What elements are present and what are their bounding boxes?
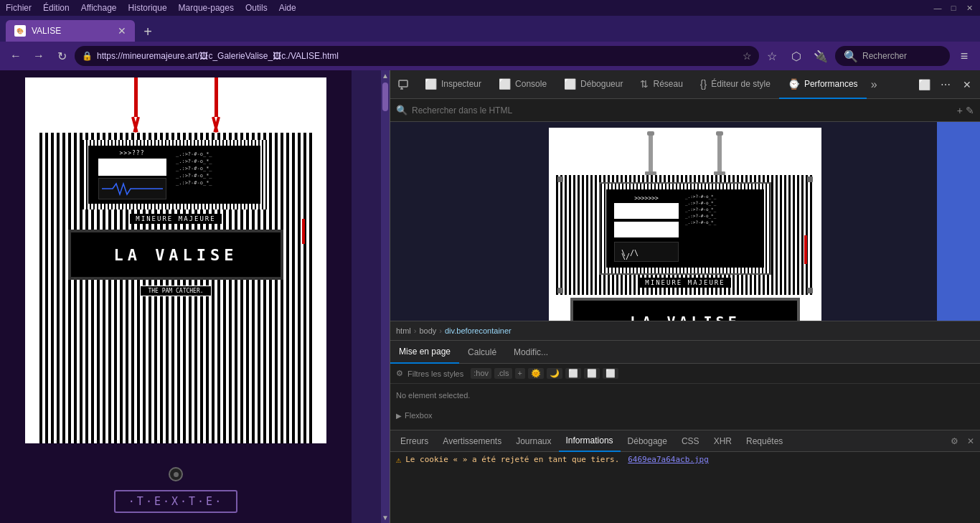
devtools-inspect-button[interactable] [393, 75, 413, 95]
nav-dot[interactable] [169, 467, 183, 481]
no-element-text: No element selected. [396, 391, 470, 400]
flexbox-header: ▶ Flexbox [396, 411, 974, 420]
tab-modific[interactable]: Modific... [505, 341, 557, 364]
menu-fichier[interactable]: Fichier [6, 3, 32, 13]
html-search-input[interactable] [412, 105, 953, 116]
tab-performances-label: Performances [804, 79, 858, 89]
address-bar: ← → ↻ 🔒 https://mineuremajeure.art/🖼c_Ga… [0, 42, 980, 70]
vertical-scrollbar[interactable]: ▲ ▼ [381, 70, 390, 523]
webpage-scroll[interactable]: ▲ ▼ [0, 70, 390, 523]
edit-html-button[interactable]: ✎ [966, 105, 974, 116]
devtools-close-button[interactable]: ✕ [957, 75, 977, 95]
svg-rect-0 [399, 80, 407, 87]
console-link[interactable]: 6469ea7a64acb.jpg [628, 455, 709, 464]
tab-console-label: Console [515, 79, 547, 89]
toolbar-right: ☆ ⬡ 🔌 🔍 Rechercher ≡ [762, 46, 974, 66]
style-tabs-bar: Mise en page Calculé Modific... [390, 341, 980, 364]
html-content-area: >>>>>>> \ /\ \/ [390, 122, 980, 430]
scroll-up-arrow[interactable]: ▲ [381, 70, 390, 81]
url-bar[interactable]: 🔒 https://mineuremajeure.art/🖼c_GalerieV… [75, 46, 759, 66]
tab-erreurs[interactable]: Erreurs [393, 430, 435, 452]
device-label: >>>??? [120, 150, 145, 156]
menu-aide[interactable]: Aide [279, 3, 296, 13]
tab-debogueur[interactable]: ⬜ Débogueur [555, 70, 631, 99]
search-box[interactable]: 🔍 Rechercher [835, 46, 950, 66]
hamburger-menu[interactable]: ≡ [954, 46, 974, 66]
filter-bar: ⚙ Filtres les styles :hov .cls + 🌞 🌙 ⬜ ⬜ [390, 364, 980, 384]
search-icon: 🔍 [396, 105, 407, 116]
webpage-panel: ▲ ▼ [0, 70, 390, 523]
large-brand-label: MINEURE MAJEURE [639, 278, 730, 288]
filter-actions: :hov .cls + 🌞 🌙 ⬜ ⬜ ⬜ [471, 368, 618, 379]
tab-journaux[interactable]: Journaux [509, 430, 558, 452]
tab-inspecteur[interactable]: ⬜ Inspecteur [416, 70, 490, 99]
bc-html[interactable]: html [396, 326, 411, 335]
console-settings-button[interactable]: ⚙ [948, 435, 961, 448]
url-bookmark-icon[interactable]: ☆ [743, 50, 752, 62]
texte-button[interactable]: ·T·E·X·T·E· [114, 490, 237, 513]
tab-debogage[interactable]: Débogage [621, 430, 674, 452]
more-tabs-button[interactable]: » [867, 78, 882, 91]
artwork-subtitle: THE PAM CATCHER. [140, 286, 211, 296]
scroll-down-arrow[interactable]: ▼ [381, 512, 390, 523]
tab-title: VALISE [32, 26, 112, 36]
devtools-dock-button[interactable]: ⬜ [914, 75, 934, 95]
tab-css[interactable]: CSS [674, 430, 707, 452]
tab-mise-en-page[interactable]: Mise en page [390, 341, 459, 364]
back-button[interactable]: ← [6, 46, 26, 66]
filter-add[interactable]: + [515, 368, 525, 379]
minimize-button[interactable]: — [933, 3, 943, 13]
filter-layout2[interactable]: ⬜ [584, 368, 600, 379]
close-button[interactable]: ✕ [964, 3, 974, 13]
menu-historique[interactable]: Historique [128, 3, 167, 13]
tab-informations[interactable]: Informations [559, 430, 621, 452]
pocket-button[interactable]: ⬡ [786, 46, 806, 66]
refresh-button[interactable]: ↻ [52, 46, 72, 66]
bc-body[interactable]: body [419, 326, 436, 335]
scroll-thumb[interactable] [382, 83, 388, 111]
flexbox-collapse-icon[interactable]: ▶ [396, 412, 402, 420]
add-attribute-button[interactable]: + [957, 105, 963, 116]
menu-edition[interactable]: Édition [43, 3, 70, 13]
tab-close-button[interactable]: ✕ [118, 25, 126, 37]
menu-outils[interactable]: Outils [245, 3, 268, 13]
filter-layout[interactable]: ⬜ [565, 368, 581, 379]
new-tab-button[interactable]: + [138, 22, 158, 42]
tab-avertissements[interactable]: Avertissements [435, 430, 509, 452]
filter-layout3[interactable]: ⬜ [603, 368, 618, 379]
extension-button[interactable]: 🔌 [811, 46, 831, 66]
menu-affichage[interactable]: Affichage [81, 3, 117, 13]
console-close-button[interactable]: ✕ [964, 435, 977, 448]
forward-button[interactable]: → [29, 46, 49, 66]
maximize-button[interactable]: □ [948, 3, 958, 13]
console-tabs-bar: Erreurs Avertissements Journaux Informat… [390, 430, 980, 452]
large-valise-title: LA VALISE [630, 313, 740, 321]
search-actions: + ✎ [957, 105, 974, 116]
search-text: Rechercher [862, 51, 907, 61]
tab-calcule[interactable]: Calculé [459, 341, 505, 364]
bc-active[interactable]: div.beforecontainer [445, 326, 512, 335]
flexbox-label: Flexbox [405, 411, 433, 420]
filter-cls[interactable]: .cls [494, 368, 512, 379]
filter-label: Filtres les styles [407, 369, 463, 378]
filter-hov[interactable]: :hov [471, 368, 491, 379]
tab-reseau-label: Réseau [653, 79, 682, 89]
devtools-more-button[interactable]: ⋯ [936, 75, 956, 95]
tab-editeur-label: Éditeur de style [711, 79, 771, 89]
console-message: ⚠ Le cookie « » a été rejeté en tant que… [396, 455, 974, 465]
svg-text:\/: \/ [621, 253, 630, 260]
warning-icon: ⚠ [396, 455, 401, 465]
filter-dark[interactable]: 🌙 [547, 368, 562, 379]
active-tab[interactable]: 🎨 VALISE ✕ [6, 20, 135, 42]
filter-light[interactable]: 🌞 [528, 368, 544, 379]
bookmark-button[interactable]: ☆ [762, 46, 782, 66]
tab-performances[interactable]: ⌚ Performances [779, 70, 867, 99]
tab-reseau[interactable]: ⇅ Réseau [631, 70, 691, 99]
tab-editeur-style[interactable]: {} Éditeur de style [692, 70, 779, 99]
menu-marquepages[interactable]: Marque-pages [179, 3, 234, 13]
devtools-html-area: >>>>>>> \ /\ \/ [390, 122, 980, 430]
tab-xhr[interactable]: XHR [707, 430, 739, 452]
search-icon: 🔍 [844, 50, 858, 63]
tab-requetes[interactable]: Requêtes [739, 430, 790, 452]
tab-console[interactable]: ⬜ Console [490, 70, 555, 99]
